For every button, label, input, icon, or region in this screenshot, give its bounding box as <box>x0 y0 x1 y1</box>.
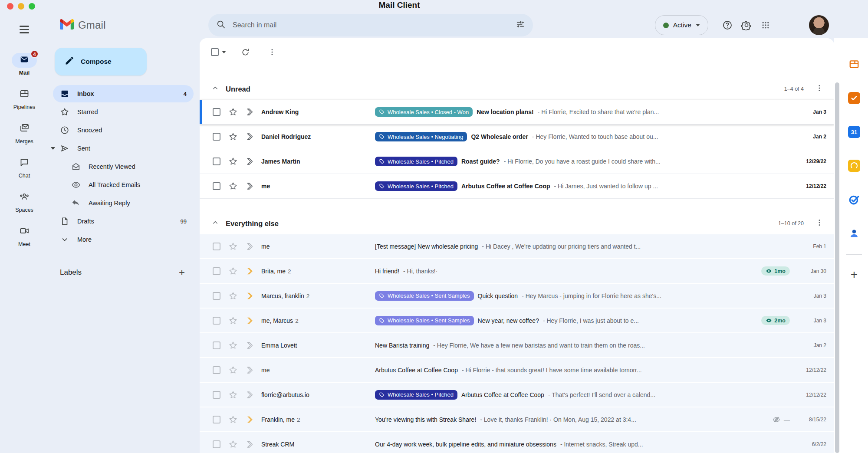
email-row[interactable]: meArbutus Coffee at Coffee Coop - Hi Flo… <box>200 358 834 383</box>
select-dropdown-icon[interactable] <box>222 51 226 53</box>
expand-sent-icon[interactable] <box>50 147 56 150</box>
checkbox-icon[interactable] <box>213 440 220 448</box>
main-menu-icon[interactable] <box>14 19 35 40</box>
star-toggle[interactable] <box>225 181 241 191</box>
streak-pipeline-arrow-icon[interactable] <box>241 242 258 251</box>
row-checkbox[interactable] <box>208 108 225 116</box>
email-row[interactable]: Marcus, franklin2Wholesale Sales • Sent … <box>200 284 834 309</box>
streak-pipeline-arrow-icon[interactable] <box>241 390 258 400</box>
help-icon[interactable] <box>718 16 737 35</box>
streak-pipelines-icon[interactable] <box>847 57 861 71</box>
star-toggle[interactable] <box>225 390 241 400</box>
star-toggle[interactable] <box>225 316 241 325</box>
compose-button[interactable]: Compose <box>55 48 147 76</box>
email-row[interactable]: florrie@arbutus.ioWholesale Sales • Pitc… <box>200 383 834 407</box>
profile-avatar[interactable] <box>809 15 829 35</box>
email-row[interactable]: Andrew KingWholesale Sales • Closed - Wo… <box>200 100 834 125</box>
search-bar[interactable] <box>208 14 533 36</box>
sidebar-item-snoozed[interactable]: Snoozed <box>53 121 194 139</box>
checkbox-icon[interactable] <box>213 391 220 399</box>
collapse-section-icon[interactable] <box>211 218 220 229</box>
sidebar-item-starred[interactable]: Starred <box>53 103 194 121</box>
streak-pipeline-arrow-icon[interactable] <box>241 341 258 350</box>
row-checkbox[interactable] <box>208 243 225 250</box>
create-label-icon[interactable]: + <box>175 266 188 279</box>
row-checkbox[interactable] <box>208 317 225 325</box>
star-toggle[interactable] <box>225 440 241 449</box>
row-checkbox[interactable] <box>208 133 225 141</box>
star-toggle[interactable] <box>225 132 241 141</box>
checkbox-icon[interactable] <box>213 158 220 165</box>
star-toggle[interactable] <box>225 266 241 276</box>
rail-item-pipelines[interactable]: Pipelines <box>12 87 37 110</box>
star-toggle[interactable] <box>225 242 241 251</box>
streak-pipeline-arrow-icon[interactable] <box>241 157 258 166</box>
row-checkbox[interactable] <box>208 341 225 349</box>
keep-icon[interactable] <box>847 159 861 173</box>
settings-gear-icon[interactable] <box>737 16 756 35</box>
select-all-checkbox[interactable] <box>211 48 219 56</box>
row-checkbox[interactable] <box>208 440 225 448</box>
sidebar-item-more[interactable]: More <box>53 231 194 248</box>
rail-item-meet[interactable]: Meet <box>12 224 37 247</box>
checkbox-icon[interactable] <box>213 108 220 116</box>
search-input[interactable] <box>232 21 516 30</box>
email-row[interactable]: Brita, me2Hi friend! - Hi, thanks!·1moJa… <box>200 259 834 284</box>
star-toggle[interactable] <box>225 157 241 166</box>
search-filters-icon[interactable] <box>516 20 525 31</box>
streak-pipeline-arrow-icon[interactable] <box>241 266 258 276</box>
star-toggle[interactable] <box>225 291 241 301</box>
sidebar-item-drafts[interactable]: Drafts99 <box>53 213 194 230</box>
email-row[interactable]: Franklin, me2You're viewing this with St… <box>200 407 834 432</box>
email-row[interactable]: meWholesale Sales • PitchedArbutus Coffe… <box>200 174 834 199</box>
star-toggle[interactable] <box>225 415 241 424</box>
checkbox-icon[interactable] <box>213 317 220 325</box>
rail-item-mail[interactable]: 4Mail <box>12 53 37 76</box>
rail-item-chat[interactable]: Chat <box>12 156 37 179</box>
row-checkbox[interactable] <box>208 158 225 165</box>
scrollbar[interactable] <box>834 38 840 453</box>
email-row[interactable]: Daniel RodriguezWholesale Sales • Negoti… <box>200 125 834 149</box>
checkbox-icon[interactable] <box>213 366 220 374</box>
star-toggle[interactable] <box>225 107 241 117</box>
section-more-icon[interactable] <box>815 218 824 229</box>
rail-item-spaces[interactable]: Spaces <box>12 190 37 213</box>
row-checkbox[interactable] <box>208 416 225 423</box>
row-checkbox[interactable] <box>208 366 225 374</box>
star-toggle[interactable] <box>225 341 241 350</box>
streak-pipeline-arrow-icon[interactable] <box>241 132 258 141</box>
streak-pipeline-arrow-icon[interactable] <box>241 365 258 375</box>
checkbox-icon[interactable] <box>213 341 220 349</box>
more-options-icon[interactable] <box>264 44 280 60</box>
sidebar-item-sent[interactable]: Sent <box>53 140 194 157</box>
streak-pipeline-arrow-icon[interactable] <box>241 291 258 301</box>
checkbox-icon[interactable] <box>213 133 220 141</box>
streak-pipeline-arrow-icon[interactable] <box>241 415 258 424</box>
rail-item-merges[interactable]: Merges <box>12 121 37 144</box>
star-toggle[interactable] <box>225 365 241 375</box>
search-icon[interactable] <box>216 20 226 31</box>
sidebar-item-inbox[interactable]: Inbox4 <box>53 85 194 102</box>
contacts-icon[interactable] <box>847 226 861 240</box>
row-checkbox[interactable] <box>208 182 225 190</box>
collapse-section-icon[interactable] <box>211 84 220 94</box>
google-apps-grid-icon[interactable] <box>756 16 775 35</box>
email-row[interactable]: me[Test message] New wholesale pricing -… <box>200 234 834 259</box>
email-row[interactable]: Emma LovettNew Barista training - Hey Fl… <box>200 333 834 358</box>
checkbox-icon[interactable] <box>213 182 220 190</box>
sidebar-item-awaiting-reply[interactable]: Awaiting Reply <box>64 194 194 212</box>
checkbox-icon[interactable] <box>213 416 220 423</box>
refresh-icon[interactable] <box>237 44 253 60</box>
email-row[interactable]: me, Marcus2Wholesale Sales • Sent Sample… <box>200 309 834 333</box>
add-addon-icon[interactable]: + <box>851 269 858 281</box>
checkbox-icon[interactable] <box>213 243 220 250</box>
email-row[interactable]: James MartinWholesale Sales • PitchedRoa… <box>200 149 834 174</box>
email-row[interactable]: Streak CRMOur 4-day work week, bulk pipe… <box>200 432 834 453</box>
streak-pipeline-arrow-icon[interactable] <box>241 181 258 191</box>
status-dropdown[interactable]: Active <box>655 15 708 35</box>
streak-pipeline-arrow-icon[interactable] <box>241 440 258 449</box>
section-more-icon[interactable] <box>815 84 824 94</box>
streak-pipeline-arrow-icon[interactable] <box>241 316 258 325</box>
scrollbar-thumb[interactable] <box>835 82 839 453</box>
streak-pipeline-arrow-icon[interactable] <box>241 107 258 117</box>
